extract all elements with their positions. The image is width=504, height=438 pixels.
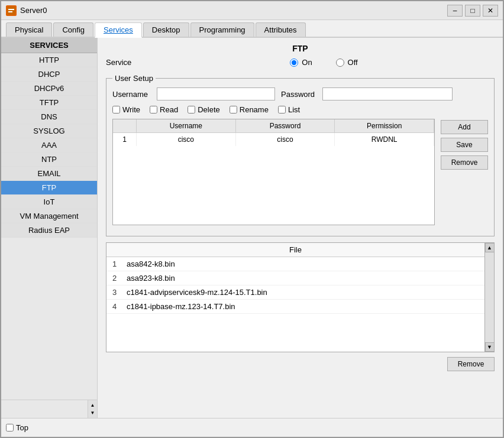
file-header: File <box>106 243 484 257</box>
title-bar-left: Server0 <box>6 5 47 16</box>
window-controls: – □ ✕ <box>447 5 498 17</box>
sidebar-item-ntp[interactable]: NTP <box>1 153 97 167</box>
file-name-4: c1841-ipbase-mz.123-14.T7.bin <box>127 302 479 311</box>
svg-rect-1 <box>8 9 14 10</box>
file-row-2[interactable]: 2 asa923-k8.bin <box>106 271 484 285</box>
sidebar-item-tftp[interactable]: TFTP <box>1 96 97 110</box>
delete-checkbox[interactable] <box>188 106 195 113</box>
list-checkbox[interactable] <box>278 106 286 113</box>
tab-attributes[interactable]: Attributes <box>256 22 306 37</box>
tab-services[interactable]: Services <box>95 22 142 38</box>
sidebar-item-ftp[interactable]: FTP <box>1 181 97 195</box>
list-checkbox-label[interactable]: List <box>278 105 300 114</box>
service-on-label: On <box>302 58 312 67</box>
top-checkbox-label[interactable]: Top <box>6 423 28 432</box>
sidebar-item-aaa[interactable]: AAA <box>1 138 97 153</box>
ftp-title: FTP <box>106 44 495 53</box>
table-row[interactable]: 1 cisco cisco RWDNL <box>113 133 434 146</box>
col-username: Username <box>137 119 236 132</box>
file-row-1[interactable]: 1 asa842-k8.bin <box>106 257 484 271</box>
sidebar-item-dhcp[interactable]: DHCP <box>1 67 97 82</box>
username-input[interactable] <box>157 87 275 100</box>
file-row-4[interactable]: 4 c1841-ipbase-mz.123-14.T7.bin <box>106 300 484 314</box>
app-icon <box>6 5 17 16</box>
delete-checkbox-label[interactable]: Delete <box>188 105 220 114</box>
file-num-3: 3 <box>112 288 127 297</box>
remove-user-button[interactable]: Remove <box>441 155 488 170</box>
rename-checkbox-label[interactable]: Rename <box>230 105 269 114</box>
file-section-wrapper: File 1 asa842-k8.bin 2 asa923-k8.bin 3 c <box>106 242 495 352</box>
maximize-button[interactable]: □ <box>465 5 480 17</box>
close-button[interactable]: ✕ <box>483 5 498 17</box>
user-table-section: Username Password Permission 1 cisco cis… <box>112 119 488 225</box>
rename-label: Rename <box>240 105 269 114</box>
bottom-bar: Top <box>1 418 503 437</box>
sidebar-item-email[interactable]: EMAIL <box>1 167 97 181</box>
sidebar-header: SERVICES <box>1 38 97 53</box>
sidebar-item-http[interactable]: HTTP <box>1 53 97 67</box>
window-title: Server0 <box>20 6 47 15</box>
title-bar: Server0 – □ ✕ <box>1 1 503 20</box>
password-input[interactable] <box>322 87 453 100</box>
service-on-option[interactable]: On <box>290 58 312 67</box>
remove-file-row: Remove <box>106 357 495 371</box>
tab-desktop[interactable]: Desktop <box>143 22 189 37</box>
file-rows: 1 asa842-k8.bin 2 asa923-k8.bin 3 c1841-… <box>106 257 484 352</box>
file-row-3[interactable]: 3 c1841-advipservicesk9-mz.124-15.T1.bin <box>106 285 484 300</box>
read-checkbox-label[interactable]: Read <box>150 105 178 114</box>
service-off-label: Off <box>348 58 358 67</box>
sidebar-scroll-down[interactable]: ▼ <box>89 409 96 417</box>
file-scroll-down[interactable]: ▼ <box>485 342 495 352</box>
sidebar-item-dhcpv6[interactable]: DHCPv6 <box>1 82 97 96</box>
file-table: File 1 asa842-k8.bin 2 asa923-k8.bin 3 c <box>106 242 485 352</box>
file-scrollbar: ▲ ▼ <box>485 242 495 352</box>
sidebar-item-syslog[interactable]: SYSLOG <box>1 124 97 138</box>
write-label: Write <box>122 105 140 114</box>
user-table: Username Password Permission 1 cisco cis… <box>112 119 435 225</box>
main-window: Server0 – □ ✕ Physical Config Services D… <box>0 0 504 438</box>
svg-rect-0 <box>7 7 15 15</box>
list-label: List <box>288 105 300 114</box>
sidebar-item-vm-management[interactable]: VM Management <box>1 209 97 223</box>
col-num <box>113 119 137 132</box>
tab-physical[interactable]: Physical <box>6 22 52 37</box>
permissions-row: Write Read Delete Rename <box>112 105 488 114</box>
read-checkbox[interactable] <box>150 106 157 113</box>
sidebar-item-dns[interactable]: DNS <box>1 110 97 124</box>
tab-bar: Physical Config Services Desktop Program… <box>1 20 503 38</box>
file-num-4: 4 <box>112 302 127 311</box>
main-content: SERVICES HTTP DHCP DHCPv6 TFTP DNS SYSLO… <box>1 38 503 418</box>
sidebar-item-radius-eap[interactable]: Radius EAP <box>1 223 97 238</box>
write-checkbox-label[interactable]: Write <box>112 105 140 114</box>
write-checkbox[interactable] <box>112 106 120 113</box>
rename-checkbox[interactable] <box>230 106 237 113</box>
minimize-button[interactable]: – <box>447 5 463 17</box>
remove-file-button[interactable]: Remove <box>447 357 495 371</box>
file-name-3: c1841-advipservicesk9-mz.124-15.T1.bin <box>127 288 479 297</box>
add-user-button[interactable]: Add <box>441 120 488 134</box>
col-password: Password <box>236 119 335 132</box>
user-setup-fieldset: User Setup Username Password Write <box>106 74 495 236</box>
username-label: Username <box>112 90 151 99</box>
credentials-row: Username Password <box>112 87 488 100</box>
row-permission: RWDNL <box>335 133 434 146</box>
row-username: cisco <box>137 133 236 146</box>
user-setup-legend: User Setup <box>112 74 156 83</box>
table-header: Username Password Permission <box>113 119 434 133</box>
service-off-option[interactable]: Off <box>336 58 358 67</box>
save-user-button[interactable]: Save <box>441 138 488 152</box>
service-off-radio[interactable] <box>336 59 344 67</box>
top-checkbox[interactable] <box>6 424 14 431</box>
password-label: Password <box>281 90 316 99</box>
tab-programming[interactable]: Programming <box>190 22 254 37</box>
read-label: Read <box>160 105 178 114</box>
sidebar-item-iot[interactable]: IoT <box>1 195 97 209</box>
tab-config[interactable]: Config <box>53 22 93 37</box>
service-label: Service <box>106 58 141 67</box>
sidebar-scroll-up[interactable]: ▲ <box>89 401 96 409</box>
file-scroll-up[interactable]: ▲ <box>485 243 495 252</box>
table-buttons: Add Save Remove <box>441 119 488 225</box>
sidebar: SERVICES HTTP DHCP DHCPv6 TFTP DNS SYSLO… <box>1 38 98 418</box>
file-num-2: 2 <box>112 274 127 283</box>
service-on-radio[interactable] <box>290 59 298 67</box>
